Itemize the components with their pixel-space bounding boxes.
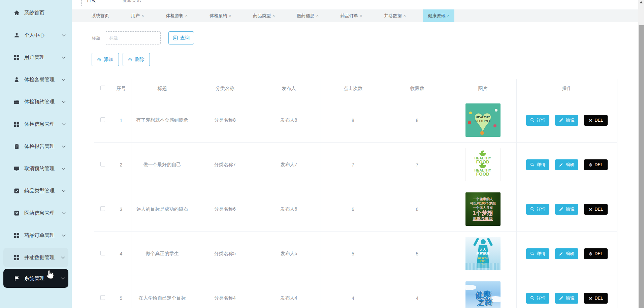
delete-row-button[interactable]: ⊗DEL [584, 159, 607, 170]
sidebar-item-cancel-booking[interactable]: 取消预约管理 [0, 157, 72, 180]
tab-label: 体检套餐 [166, 13, 184, 19]
sidebar-item-checkup-info[interactable]: 体检信息管理 [0, 113, 72, 135]
tab-医药信息[interactable]: 医药信息× [292, 9, 323, 22]
sidebar-item-user-management[interactable]: 用户管理 [0, 46, 72, 68]
title-search-input[interactable] [105, 31, 161, 44]
row-checkbox[interactable] [100, 117, 105, 122]
edit-button[interactable]: 编辑 [555, 159, 578, 170]
vertical-scrollbar[interactable] [638, 0, 644, 308]
chevron-down-icon [61, 256, 65, 259]
scroll-up-arrow-icon[interactable] [640, 1, 643, 3]
table-header-row: 序号标题分类名称发布人点击次数收藏数图片操作 [94, 79, 617, 98]
row-checkbox[interactable] [100, 295, 105, 300]
sidebar-item-medical-info[interactable]: 医药信息管理 [0, 202, 72, 224]
tab-药品订单[interactable]: 药品订单× [336, 9, 367, 22]
tab-close-icon[interactable]: × [447, 13, 450, 18]
minus-circle-icon: ⊖ [128, 57, 132, 62]
tab-close-icon[interactable]: × [141, 13, 144, 18]
tab-label: 医药信息 [297, 13, 314, 19]
row-checkbox[interactable] [100, 162, 105, 166]
sidebar-item-tunnel-data[interactable]: 井巷数据管理 [3, 248, 68, 267]
sidebar-item-label: 用户管理 [24, 54, 44, 61]
tab-体检套餐[interactable]: 体检套餐× [161, 9, 193, 22]
tab-体检预约[interactable]: 体检预约× [205, 9, 236, 22]
tab-井巷数据[interactable]: 井巷数据× [380, 9, 411, 22]
tab-用户[interactable]: 用户× [126, 9, 149, 22]
breadcrumb: 首页 健康资讯 [72, 0, 638, 9]
sidebar-item-home[interactable]: 系统首页 [0, 2, 72, 24]
table-row: 4做个真正的学生分类名称5发布人555人人享有健康HEALTHFORALL详情编… [94, 232, 617, 276]
query-button[interactable]: 查询 [168, 31, 194, 44]
row-checkbox[interactable] [100, 206, 105, 211]
tab-close-icon[interactable]: × [229, 13, 231, 18]
sidebar-item-drug-order[interactable]: 药品订单管理 [0, 224, 72, 246]
detail-button[interactable]: 详情 [526, 248, 549, 259]
pencil-icon [559, 207, 564, 211]
sidebar-item-checkup-booking[interactable]: 体检预约管理 [0, 91, 72, 113]
row-index: 4 [111, 232, 131, 276]
edit-button[interactable]: 编辑 [555, 293, 578, 304]
tab-close-icon[interactable]: × [272, 13, 275, 18]
tab-close-icon[interactable]: × [316, 13, 319, 18]
main-content: 首页 健康资讯 系统首页用户×体检套餐×体检预约×药品类型×医药信息×药品订单×… [72, 0, 638, 308]
pencil-icon [559, 251, 564, 256]
row-publisher: 发布人6 [257, 187, 321, 232]
edit-button[interactable]: 编辑 [555, 204, 578, 215]
select-all-checkbox[interactable] [100, 86, 105, 90]
edit-button-label: 编辑 [566, 295, 574, 301]
detail-button[interactable]: 详情 [526, 115, 549, 126]
add-button[interactable]: ⊕ 添加 [92, 53, 119, 66]
sidebar-item-system-management[interactable]: 系统管理 [3, 269, 68, 288]
sidebar-item-personal-center[interactable]: 个人中心 [0, 24, 72, 46]
tab-close-icon[interactable]: × [404, 13, 406, 18]
flag-icon [13, 276, 20, 281]
sidebar-item-checkup-package[interactable]: 体检套餐管理 [0, 68, 72, 91]
edit-button[interactable]: 编辑 [555, 248, 578, 259]
delete-row-button[interactable]: ⊗DEL [584, 204, 607, 215]
row-category: 分类名称4 [193, 276, 257, 308]
detail-button-label: 详情 [537, 117, 545, 123]
query-button-label: 查询 [180, 35, 190, 41]
sidebar-item-label: 井巷数据管理 [24, 254, 55, 261]
scrollbar-thumb[interactable] [639, 25, 644, 308]
row-index: 1 [111, 98, 131, 143]
row-checkbox[interactable] [100, 251, 105, 255]
chevron-down-icon [62, 145, 66, 148]
tab-健康资讯[interactable]: 健康资讯× [423, 9, 454, 22]
article-image-forall: 人人享有健康HEALTHFORALL [465, 237, 501, 270]
sidebar-item-label: 体检套餐管理 [24, 76, 55, 83]
detail-button[interactable]: 详情 [526, 159, 549, 170]
chevron-down-icon [62, 167, 66, 170]
delete-button[interactable]: ⊖ 删除 [123, 53, 150, 66]
table-row: 3远大的目标是成功的磁石分类名称6发布人666一个健康的人可以有100个梦想一个… [94, 187, 617, 232]
tab-close-icon[interactable]: × [185, 13, 188, 18]
sidebar-item-drug-type[interactable]: 药品类型管理 [0, 180, 72, 202]
row-category: 分类名称8 [193, 98, 257, 143]
detail-button[interactable]: 详情 [526, 293, 549, 304]
tab-系统首页[interactable]: 系统首页 [87, 9, 114, 22]
sidebar-item-checkup-report[interactable]: 体检报告管理 [0, 135, 72, 157]
edit-button-label: 编辑 [566, 117, 574, 123]
tab-label: 药品订单 [341, 13, 358, 19]
detail-button[interactable]: 详情 [526, 204, 549, 215]
clipboard-icon [13, 144, 20, 149]
table-row: 1有了梦想就不会感到疲惫分类名称8发布人888♥HEALTHYLIFESTYLE… [94, 98, 617, 143]
chevron-down-icon [62, 123, 66, 125]
row-clicks: 7 [321, 143, 385, 187]
column-header: 点击次数 [321, 79, 385, 98]
chevron-down-icon [62, 79, 66, 81]
tab-close-icon[interactable]: × [360, 13, 362, 18]
tab-label: 健康资讯 [428, 13, 445, 19]
delete-row-button[interactable]: ⊗DEL [584, 293, 607, 304]
edit-button[interactable]: 编辑 [555, 115, 578, 126]
sidebar: 系统首页个人中心用户管理体检套餐管理体检预约管理体检信息管理体检报告管理取消预约… [0, 0, 72, 308]
tab-label: 用户 [131, 13, 140, 19]
add-button-label: 添加 [104, 57, 114, 63]
row-publisher: 发布人8 [257, 98, 321, 143]
delete-row-button[interactable]: ⊗DEL [584, 248, 607, 259]
row-index: 2 [111, 143, 131, 187]
tab-药品类型[interactable]: 药品类型× [249, 9, 280, 22]
column-header: 序号 [111, 79, 131, 98]
delete-row-button[interactable]: ⊗DEL [584, 115, 607, 126]
chevron-down-icon [62, 56, 66, 59]
